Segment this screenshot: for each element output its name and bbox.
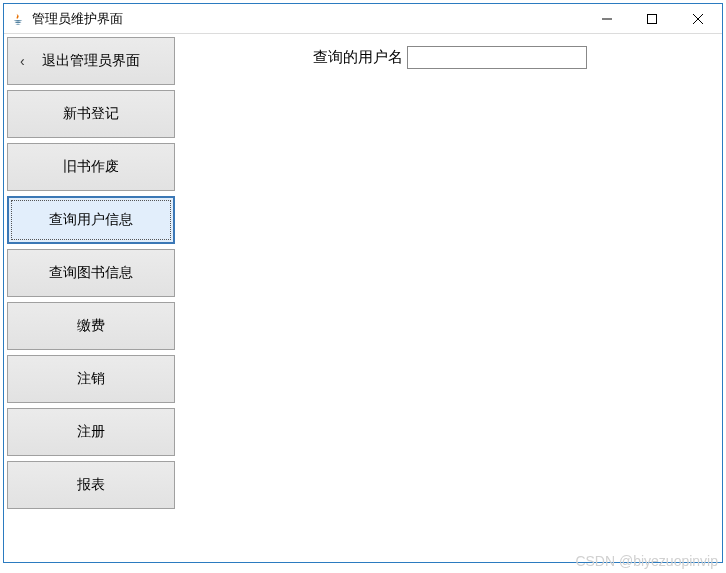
window-title: 管理员维护界面 — [32, 10, 584, 28]
sidebar-item-label: 注册 — [77, 423, 105, 441]
sidebar-item-register[interactable]: 注册 — [7, 408, 175, 456]
main-panel: 查询的用户名 — [178, 34, 722, 562]
close-button[interactable] — [674, 4, 722, 33]
sidebar-item-label: 查询图书信息 — [49, 264, 133, 282]
titlebar: 管理员维护界面 — [4, 4, 722, 34]
content-area: ‹ 退出管理员界面 新书登记 旧书作废 查询用户信息 查询图书信息 缴费 注销 — [4, 34, 722, 562]
sidebar-item-new-book[interactable]: 新书登记 — [7, 90, 175, 138]
sidebar-item-label: 旧书作废 — [63, 158, 119, 176]
java-icon — [10, 11, 26, 27]
maximize-button[interactable] — [629, 4, 674, 33]
window-controls — [584, 4, 722, 33]
sidebar-item-label: 注销 — [77, 370, 105, 388]
sidebar-item-discard-book[interactable]: 旧书作废 — [7, 143, 175, 191]
query-label: 查询的用户名 — [313, 48, 403, 67]
query-row: 查询的用户名 — [198, 46, 702, 69]
sidebar-item-payment[interactable]: 缴费 — [7, 302, 175, 350]
sidebar-item-label: 新书登记 — [63, 105, 119, 123]
back-button[interactable]: ‹ 退出管理员界面 — [7, 37, 175, 85]
username-input[interactable] — [407, 46, 587, 69]
sidebar-item-query-user[interactable]: 查询用户信息 — [7, 196, 175, 244]
svg-rect-1 — [647, 14, 656, 23]
sidebar-item-label: 查询用户信息 — [49, 211, 133, 229]
sidebar-item-deregister[interactable]: 注销 — [7, 355, 175, 403]
back-button-label: 退出管理员界面 — [42, 52, 140, 70]
sidebar-item-query-book[interactable]: 查询图书信息 — [7, 249, 175, 297]
application-window: 管理员维护界面 ‹ 退出管理员界面 新书登记 旧书作废 — [3, 3, 723, 563]
chevron-left-icon: ‹ — [20, 53, 25, 69]
minimize-button[interactable] — [584, 4, 629, 33]
sidebar-item-label: 报表 — [77, 476, 105, 494]
sidebar-item-label: 缴费 — [77, 317, 105, 335]
sidebar-item-report[interactable]: 报表 — [7, 461, 175, 509]
sidebar: ‹ 退出管理员界面 新书登记 旧书作废 查询用户信息 查询图书信息 缴费 注销 — [4, 34, 178, 562]
